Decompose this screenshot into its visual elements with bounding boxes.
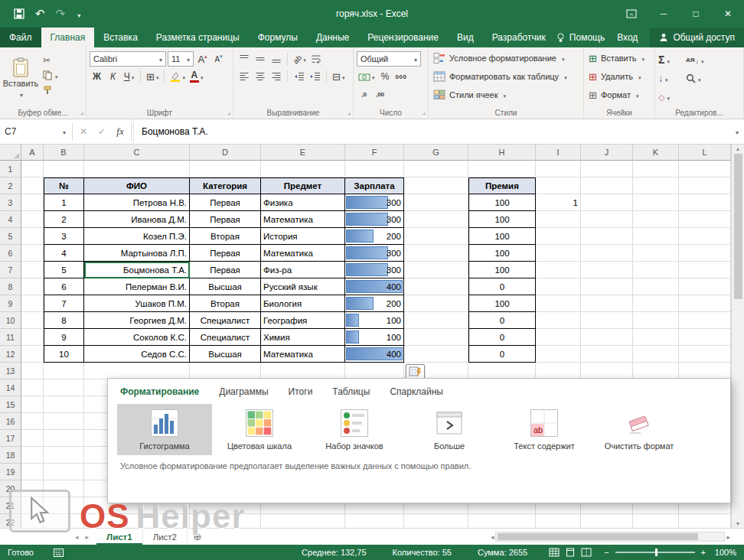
column-header-G[interactable]: G — [404, 145, 468, 161]
cell-I5[interactable] — [536, 228, 581, 245]
name-box[interactable]: C7 — [0, 119, 70, 144]
row-header-3[interactable]: 3 — [0, 194, 21, 211]
conditional-formatting-button[interactable]: Условное форматирование — [430, 49, 582, 67]
cell-A22[interactable] — [21, 514, 44, 528]
select-all-corner[interactable] — [0, 145, 21, 161]
cell-K9[interactable] — [633, 295, 679, 312]
cell-H11[interactable]: 0 — [468, 329, 536, 346]
customize-toolbar-icon[interactable] — [77, 7, 80, 21]
vertical-scrollbar[interactable] — [731, 145, 744, 528]
cell-L2[interactable] — [679, 177, 731, 194]
cell-K12[interactable] — [633, 346, 679, 363]
column-header-E[interactable]: E — [261, 145, 345, 161]
cell-F5[interactable]: 200 — [345, 228, 404, 245]
tab-data[interactable]: Данные — [307, 28, 358, 47]
row-header-14[interactable]: 14 — [0, 379, 21, 396]
decrease-indent-button[interactable] — [292, 69, 306, 84]
prev-sheet-icon[interactable] — [75, 533, 79, 541]
cell-D11[interactable]: Специалист — [190, 329, 261, 346]
cell-I2[interactable] — [536, 177, 581, 194]
cell-F8[interactable]: 400 — [345, 278, 404, 295]
cell-B10[interactable]: 8 — [44, 312, 84, 329]
cancel-button[interactable] — [74, 119, 93, 144]
row-header-11[interactable]: 11 — [0, 329, 21, 346]
tab-review[interactable]: Рецензирование — [358, 28, 448, 47]
cell-H1[interactable] — [468, 161, 536, 177]
cell-A19[interactable] — [21, 464, 44, 480]
cell-F22[interactable] — [345, 514, 404, 528]
row-header-20[interactable]: 20 — [0, 480, 21, 497]
cell-G6[interactable] — [404, 245, 468, 262]
row-header-17[interactable]: 17 — [0, 430, 21, 447]
cell-G7[interactable] — [404, 262, 468, 278]
scroll-left-icon[interactable] — [491, 533, 494, 541]
cell-G9[interactable] — [404, 295, 468, 312]
row-header-16[interactable]: 16 — [0, 413, 21, 430]
cell-G11[interactable] — [404, 329, 468, 346]
cell-I22[interactable] — [536, 514, 581, 528]
row-header-9[interactable]: 9 — [0, 295, 21, 312]
tab-formulas[interactable]: Формулы — [249, 28, 307, 47]
cell-L10[interactable] — [679, 312, 731, 329]
decrease-font-button[interactable]: А — [211, 51, 226, 67]
cell-E10[interactable]: География — [261, 312, 345, 329]
cell-K10[interactable] — [633, 312, 679, 329]
bold-button[interactable]: Ж — [90, 69, 104, 84]
cell-A1[interactable] — [21, 161, 44, 177]
vscroll-thumb[interactable] — [734, 154, 742, 299]
cell-F3[interactable]: 300 — [345, 194, 404, 211]
macro-record-icon[interactable] — [54, 549, 64, 557]
cell-L12[interactable] — [679, 346, 731, 363]
row-header-19[interactable]: 19 — [0, 464, 21, 480]
cell-I13[interactable] — [536, 363, 581, 379]
cell-C11[interactable]: Соколов К.С. — [84, 329, 190, 346]
share-button[interactable]: Общий доступ — [650, 28, 744, 47]
dialog-launcher-icon[interactable] — [80, 107, 83, 118]
cell-F9[interactable]: 200 — [345, 295, 404, 312]
cell-H3[interactable]: 100 — [468, 194, 536, 211]
cell-J10[interactable] — [581, 312, 633, 329]
cell-K22[interactable] — [633, 514, 679, 528]
format-as-table-button[interactable]: Форматировать как таблицу — [430, 67, 582, 86]
cell-D13[interactable] — [190, 363, 261, 379]
number-format-select[interactable]: Общий — [357, 51, 421, 67]
cell-C12[interactable]: Седов С.С. — [84, 346, 190, 363]
accounting-format-button[interactable] — [357, 69, 377, 84]
cell-C9[interactable]: Ушаков П.М. — [84, 295, 190, 312]
sheet-tab-list2[interactable]: Лист2 — [143, 529, 188, 545]
cell-A16[interactable] — [21, 413, 44, 430]
sort-filter-button[interactable]: АЯ — [686, 53, 710, 67]
cell-H22[interactable] — [468, 514, 536, 528]
cell-I3[interactable]: 1 — [536, 194, 581, 211]
row-header-8[interactable]: 8 — [0, 278, 21, 295]
cell-G12[interactable] — [404, 346, 468, 363]
redo-icon[interactable] — [56, 7, 66, 21]
zoom-thumb[interactable] — [655, 549, 658, 556]
cell-B9[interactable]: 7 — [44, 295, 84, 312]
cell-K4[interactable] — [633, 211, 679, 228]
cell-L13[interactable] — [679, 363, 731, 379]
cell-E3[interactable]: Физика — [261, 194, 345, 211]
fill-button[interactable] — [658, 71, 686, 85]
row-header-22[interactable]: 22 — [0, 514, 21, 528]
hscroll-track[interactable] — [495, 532, 725, 542]
zoom-level[interactable]: 100% — [712, 548, 736, 557]
qa-tab-tables[interactable]: Таблицы — [332, 386, 370, 397]
cell-I9[interactable] — [536, 295, 581, 312]
column-header-B[interactable]: B — [44, 145, 84, 161]
cell-K5[interactable] — [633, 228, 679, 245]
font-name-select[interactable]: Calibri — [90, 51, 166, 67]
increase-indent-button[interactable] — [308, 69, 322, 84]
cell-E7[interactable]: Физ-ра — [261, 262, 345, 278]
cell-B16[interactable] — [44, 413, 84, 430]
cell-J13[interactable] — [581, 363, 633, 379]
cell-A3[interactable] — [21, 194, 44, 211]
cell-J7[interactable] — [581, 262, 633, 278]
cell-L22[interactable] — [679, 514, 731, 528]
cell-C3[interactable]: Петрова Н.В. — [84, 194, 190, 211]
cell-I8[interactable] — [536, 278, 581, 295]
row-header-6[interactable]: 6 — [0, 245, 21, 262]
cell-B6[interactable]: 4 — [44, 245, 84, 262]
cell-H2[interactable]: Премия — [468, 177, 536, 194]
cell-J8[interactable] — [581, 278, 633, 295]
